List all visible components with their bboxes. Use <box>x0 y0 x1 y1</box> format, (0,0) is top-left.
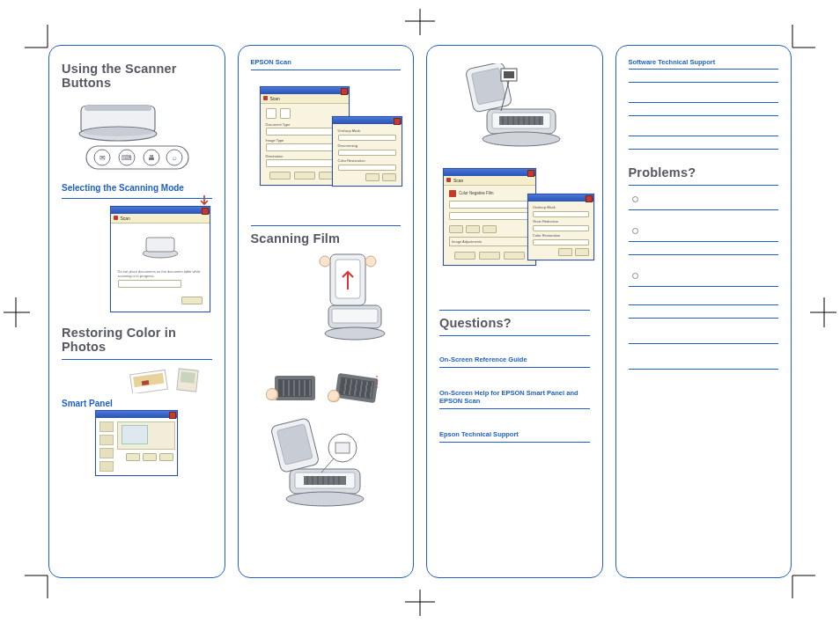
divider <box>251 70 402 70</box>
svg-rect-2 <box>85 106 151 111</box>
heading-software-tech-support: Software Technical Support <box>629 58 779 66</box>
bullet-icon <box>632 196 638 202</box>
heading-using-scanner-buttons: Using the Scanner Buttons <box>62 62 212 90</box>
bullet-item <box>632 268 779 283</box>
rule-line <box>629 102 779 103</box>
bullet-icon <box>632 228 638 234</box>
divider <box>251 225 402 226</box>
subhead-reference-guide: On-Screen Reference Guide <box>439 355 590 363</box>
svg-rect-57 <box>504 71 514 78</box>
figure-film-holders <box>251 367 402 409</box>
svg-text:✉: ✉ <box>99 154 106 162</box>
subhead-onscreen-help: On-Screen Help for EPSON Smart Panel and… <box>439 389 590 405</box>
svg-rect-40 <box>335 443 350 453</box>
svg-text:🖶: 🖶 <box>148 154 155 162</box>
figure-scanner-open-with-callout <box>439 62 590 164</box>
divider <box>439 367 590 368</box>
panel-scanning-film: EPSON Scan Scan Document Type Image Type… <box>238 45 415 578</box>
svg-text:⌕: ⌕ <box>173 154 177 162</box>
rule-line <box>629 318 779 319</box>
divider <box>629 69 779 70</box>
figure-epson-scan-restore-windows: Scan Color Negative Film Image Adjustmen… <box>439 164 590 269</box>
rule-line <box>629 343 779 344</box>
svg-rect-13 <box>146 238 174 252</box>
divider <box>439 335 590 336</box>
rule-line <box>629 286 779 287</box>
rule-line <box>629 136 779 136</box>
svg-point-25 <box>365 256 376 267</box>
figure-epson-scan-windows: Scan Document Type Image Type Destinatio… <box>251 81 402 190</box>
divider <box>439 442 590 443</box>
rule-line <box>629 115 779 116</box>
svg-point-53 <box>483 132 560 146</box>
figure-smart-panel-window <box>62 412 212 473</box>
svg-rect-18 <box>180 371 195 384</box>
rule-line <box>629 82 779 83</box>
rule-line <box>629 241 779 242</box>
svg-rect-44 <box>499 116 543 125</box>
figure-photo-samples <box>62 365 212 395</box>
divider <box>439 408 590 409</box>
rule-line <box>629 304 779 305</box>
bullet-item <box>632 223 779 238</box>
heading-restoring-color: Restoring Color in Photos <box>62 326 212 354</box>
app-brand-label: Scan <box>453 178 463 183</box>
bullet-item <box>632 191 779 207</box>
heading-questions: Questions? <box>439 316 590 330</box>
svg-point-1 <box>83 128 153 136</box>
panel-using-scanner-buttons: Using the Scanner Buttons <box>48 45 225 578</box>
heading-smart-panel: Smart Panel <box>62 399 212 408</box>
svg-text:⌨: ⌨ <box>122 154 132 162</box>
figure-place-film-holder <box>251 414 402 520</box>
figure-remove-mat <box>251 249 402 367</box>
rule-line <box>629 254 779 255</box>
svg-point-21 <box>325 327 385 340</box>
heading-selecting-scanning-mode: Selecting the Scanning Mode <box>62 183 212 193</box>
figure-scanner-with-button-bar: ✉ ⌨ 🖶 ⌕ <box>62 95 212 180</box>
subhead-epson-tech-support: Epson Technical Support <box>439 430 590 438</box>
svg-rect-20 <box>332 309 378 323</box>
heading-problems: Problems? <box>629 165 779 180</box>
app-brand-label: Scan <box>270 96 280 101</box>
svg-rect-28 <box>304 476 346 485</box>
divider <box>62 359 212 360</box>
divider <box>629 185 779 186</box>
rule-line <box>629 149 779 150</box>
divider <box>439 310 590 311</box>
heading-scanning-film: Scanning Film <box>251 231 402 246</box>
panel-problems: Software Technical Support Problems? <box>615 45 792 578</box>
app-brand-label: Scan <box>121 216 130 221</box>
svg-point-24 <box>320 256 330 267</box>
rule-line <box>629 369 779 370</box>
bullet-icon <box>632 273 638 279</box>
divider <box>62 198 212 199</box>
rule-line <box>629 209 779 210</box>
panel-questions: Scan Color Negative Film Image Adjustmen… <box>426 45 603 578</box>
document-page: Using the Scanner Buttons <box>48 45 792 578</box>
svg-rect-55 <box>472 68 506 105</box>
figure-smart-panel-app: Scan Do not place documents on the docum… <box>62 204 212 313</box>
svg-point-36 <box>286 492 364 506</box>
heading-epson-scan: EPSON Scan <box>251 58 402 66</box>
